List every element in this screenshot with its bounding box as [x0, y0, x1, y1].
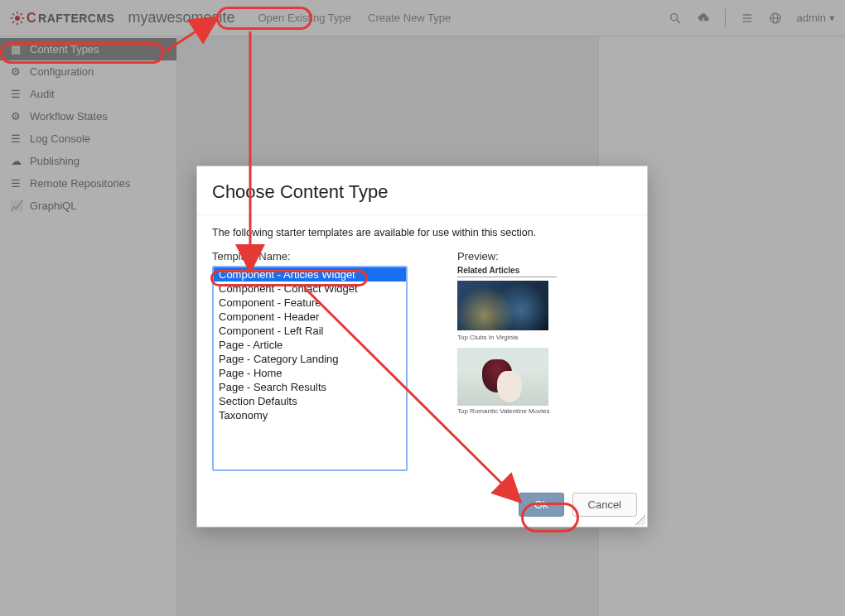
template-option[interactable]: Page - Category Landing [214, 352, 406, 366]
dialog-title: Choose Content Type [212, 181, 632, 203]
dialog-footer: Ok Cancel [197, 486, 647, 527]
template-option[interactable]: Page - Home [214, 366, 406, 380]
preview-image-1 [457, 281, 548, 330]
dialog-description: The following starter templates are avai… [212, 227, 632, 238]
template-option[interactable]: Page - Search Results [214, 380, 406, 394]
template-option[interactable]: Component - Left Rail [214, 324, 406, 338]
template-option[interactable]: Component - Feature [214, 296, 406, 310]
preview-caption-1: Top Clubs In Virginia [457, 334, 557, 341]
choose-content-type-dialog: Choose Content Type The following starte… [196, 166, 648, 527]
ok-button[interactable]: Ok [519, 493, 564, 517]
preview-column: Preview: Related Articles Top Clubs In V… [457, 250, 590, 471]
cancel-button[interactable]: Cancel [572, 493, 637, 517]
template-option[interactable]: Taxonomy [214, 408, 406, 422]
preview-caption-2: Top Romantic Valentine Movies [457, 407, 557, 415]
dialog-body: The following starter templates are avai… [197, 215, 647, 486]
template-name-column: Template Name: Component - Articles Widg… [212, 250, 408, 471]
template-listbox[interactable]: Component - Articles WidgetComponent - C… [212, 266, 408, 471]
preview-heading: Related Articles [457, 266, 557, 277]
template-option[interactable]: Component - Articles Widget [214, 267, 406, 282]
template-name-label: Template Name: [212, 250, 408, 262]
template-option[interactable]: Section Defaults [214, 394, 406, 408]
preview-label: Preview: [457, 250, 590, 262]
dialog-header: Choose Content Type [197, 166, 647, 215]
preview-box: Related Articles Top Clubs In Virginia T… [457, 266, 557, 415]
template-option[interactable]: Component - Contact Widget [214, 282, 406, 296]
template-option[interactable]: Page - Article [214, 338, 406, 352]
resize-grip[interactable] [635, 515, 645, 525]
preview-image-2 [457, 348, 548, 406]
template-option[interactable]: Component - Header [214, 310, 406, 324]
